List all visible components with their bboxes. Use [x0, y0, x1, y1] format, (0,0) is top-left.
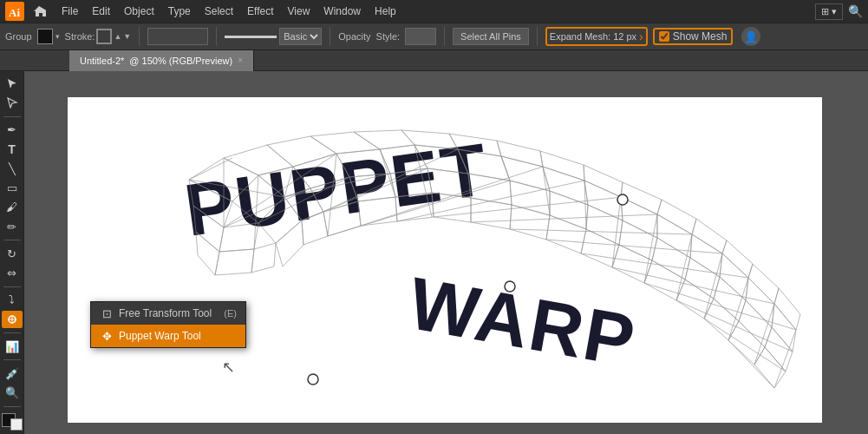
- stroke-group: Stroke: ▲ ▼: [65, 29, 132, 44]
- separator-5: [3, 359, 21, 360]
- menu-window[interactable]: Window: [317, 3, 367, 19]
- expand-mesh-group: Expand Mesh: 12 px ›: [545, 27, 648, 46]
- pencil-tool-button[interactable]: ✏: [2, 218, 23, 235]
- selection-tool-button[interactable]: [2, 75, 23, 92]
- document-tab[interactable]: Untitled-2* @ 150% (RGB/Preview) ×: [69, 50, 254, 71]
- mesh-visualization: PUPPET WARP: [68, 97, 822, 427]
- fill-arrow[interactable]: ▾: [55, 32, 60, 41]
- main-area: ✒ T ╲ ▭ 🖌 ✏ ↻ ⇔ ⤵ 📊 💉 🔍: [0, 71, 868, 434]
- line-tool-button[interactable]: ╲: [2, 160, 23, 177]
- expand-mesh-arrow[interactable]: ›: [639, 30, 643, 43]
- svg-text:Ai: Ai: [9, 6, 20, 19]
- separator-3: [3, 286, 21, 287]
- shape-tool-button[interactable]: ▭: [2, 179, 23, 196]
- fill-swatch[interactable]: [37, 29, 53, 44]
- divider-4: [444, 27, 445, 46]
- menu-select[interactable]: Select: [199, 3, 239, 19]
- app-logo: Ai: [5, 2, 24, 21]
- menu-view[interactable]: View: [282, 3, 317, 19]
- group-label: Group: [5, 31, 32, 42]
- user-icon[interactable]: 👤: [741, 27, 760, 46]
- free-transform-label: Free Transform Tool: [119, 307, 212, 319]
- tab-bar: Untitled-2* @ 150% (RGB/Preview) ×: [0, 50, 868, 71]
- show-mesh-checkbox[interactable]: [659, 31, 669, 42]
- warp-tool-button[interactable]: ⤵: [2, 292, 23, 309]
- left-toolbar: ✒ T ╲ ▭ 🖌 ✏ ↻ ⇔ ⤵ 📊 💉 🔍: [0, 71, 24, 434]
- menu-file[interactable]: File: [55, 3, 84, 19]
- direct-selection-tool-button[interactable]: [2, 94, 23, 111]
- stroke-down[interactable]: ▼: [123, 32, 131, 41]
- options-bar: Group ▾ Stroke: ▲ ▼ Basic Opacity Style:…: [0, 23, 868, 50]
- style-label: Style:: [376, 31, 401, 42]
- stroke-up[interactable]: ▲: [114, 32, 121, 41]
- expand-mesh-label: Expand Mesh:: [550, 31, 610, 42]
- stroke-swatch[interactable]: [96, 29, 112, 44]
- fill-swatch-group: ▾: [37, 29, 60, 44]
- menu-object[interactable]: Object: [118, 3, 160, 19]
- puppet-warp-tool-item[interactable]: ✥ Puppet Warp Tool: [91, 325, 245, 347]
- workspace-icon: ⊞: [821, 6, 829, 17]
- tool-context-menu: ⊡ Free Transform Tool (E) ✥ Puppet Warp …: [90, 301, 246, 348]
- separator-1: [3, 116, 21, 117]
- eyedropper-tool-button[interactable]: 💉: [2, 365, 23, 382]
- menu-help[interactable]: Help: [369, 3, 402, 19]
- search-icon[interactable]: 🔍: [848, 4, 863, 18]
- select-all-pins-button[interactable]: Select All Pins: [453, 28, 529, 45]
- free-transform-icon: ⊡: [100, 306, 114, 320]
- menu-bar: Ai File Edit Object Type Select Effect V…: [0, 0, 868, 23]
- free-transform-tool-item[interactable]: ⊡ Free Transform Tool (E): [91, 302, 245, 325]
- show-mesh-label: Show Mesh: [673, 30, 728, 43]
- divider-3: [330, 27, 330, 46]
- divider-1: [139, 27, 140, 46]
- tab-title: Untitled-2*: [80, 56, 124, 66]
- warp-pin-2: [505, 281, 515, 292]
- type-tool-button[interactable]: T: [2, 141, 23, 158]
- rotate-tool-button[interactable]: ↻: [2, 245, 23, 262]
- color-swatches[interactable]: [2, 413, 23, 431]
- canvas-area: PUPPET WARP: [24, 71, 868, 434]
- menu-edit[interactable]: Edit: [86, 3, 116, 19]
- separator-4: [3, 332, 21, 333]
- tab-info: @ 150% (RGB/Preview): [129, 56, 232, 66]
- stroke-width-dropdown[interactable]: [147, 28, 208, 45]
- tab-close-button[interactable]: ×: [238, 56, 243, 65]
- pen-tool-button[interactable]: ✒: [2, 121, 23, 138]
- stroke-label: Stroke:: [65, 31, 95, 42]
- home-button[interactable]: [29, 2, 49, 21]
- mirror-tool-button[interactable]: ⇔: [2, 265, 23, 282]
- line-preview: [225, 36, 277, 38]
- divider-2: [216, 27, 217, 46]
- graph-tool-button[interactable]: 📊: [2, 338, 23, 355]
- menu-effect[interactable]: Effect: [241, 3, 279, 19]
- line-type-group: Basic: [225, 28, 322, 45]
- line-type-select[interactable]: Basic: [279, 28, 322, 45]
- zoom-tool-button[interactable]: 🔍: [2, 385, 23, 402]
- expand-mesh-value[interactable]: 12 px: [613, 31, 636, 42]
- warp-pin-3: [617, 194, 628, 205]
- show-mesh-group: Show Mesh: [653, 28, 734, 45]
- opacity-label: Opacity: [338, 31, 370, 42]
- workspace-switcher[interactable]: ⊞ ▾: [815, 3, 843, 20]
- puppet-warp-icon: ✥: [100, 329, 114, 343]
- workspace-arrow: ▾: [832, 6, 837, 17]
- menu-right-area: ⊞ ▾ 🔍: [815, 3, 863, 20]
- warp-pin-1: [308, 374, 318, 385]
- free-transform-shortcut: (E): [224, 308, 237, 319]
- puppet-warp-label: Puppet Warp Tool: [119, 330, 201, 342]
- style-dropdown[interactable]: [405, 28, 436, 45]
- divider-5: [537, 27, 538, 46]
- separator-2: [3, 240, 21, 240]
- separator-6: [3, 406, 21, 407]
- menu-type[interactable]: Type: [162, 3, 197, 19]
- paintbrush-tool-button[interactable]: 🖌: [2, 199, 23, 216]
- puppet-warp-tool-button[interactable]: [2, 311, 23, 328]
- background-color[interactable]: [10, 418, 23, 431]
